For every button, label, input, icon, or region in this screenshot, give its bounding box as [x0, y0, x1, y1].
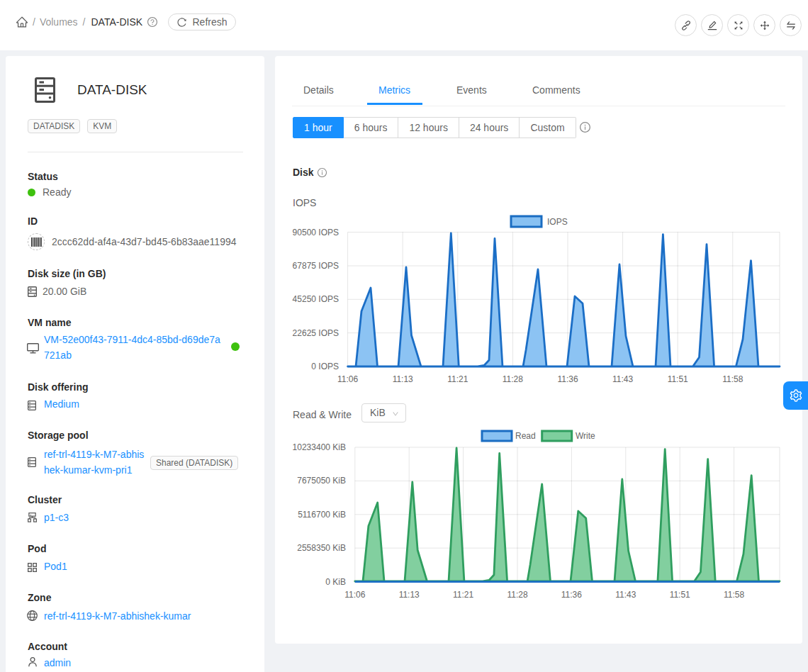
svg-text:Write: Write — [576, 431, 595, 441]
svg-text:11:06: 11:06 — [337, 374, 358, 384]
svg-text:Read: Read — [515, 431, 536, 441]
svg-text:0 IOPS: 0 IOPS — [311, 362, 339, 371]
svg-text:11:28: 11:28 — [507, 590, 527, 600]
svg-text:11:28: 11:28 — [503, 374, 523, 384]
svg-text:0 KiB: 0 KiB — [325, 577, 346, 587]
svg-text:67875 IOPS: 67875 IOPS — [293, 261, 339, 271]
svg-text:7675050 KiB: 7675050 KiB — [297, 476, 346, 486]
svg-text:11:21: 11:21 — [453, 590, 473, 600]
svg-text:11:21: 11:21 — [447, 374, 468, 384]
svg-text:10233400 KiB: 10233400 KiB — [293, 442, 346, 452]
svg-text:22625 IOPS: 22625 IOPS — [293, 328, 339, 338]
svg-text:11:43: 11:43 — [612, 374, 633, 384]
svg-text:IOPS: IOPS — [547, 217, 568, 227]
svg-text:11:36: 11:36 — [561, 590, 582, 600]
svg-text:11:06: 11:06 — [344, 590, 365, 600]
svg-text:45250 IOPS: 45250 IOPS — [293, 294, 339, 304]
svg-text:11:13: 11:13 — [393, 374, 413, 384]
svg-text:90500 IOPS: 90500 IOPS — [293, 228, 339, 237]
svg-text:11:51: 11:51 — [670, 590, 690, 600]
svg-text:11:51: 11:51 — [668, 374, 688, 384]
svg-text:11:58: 11:58 — [724, 590, 744, 600]
svg-text:2558350 KiB: 2558350 KiB — [297, 543, 346, 553]
svg-text:5116700 KiB: 5116700 KiB — [298, 510, 346, 520]
svg-text:11:43: 11:43 — [615, 590, 636, 600]
svg-text:11:58: 11:58 — [722, 374, 743, 384]
svg-text:11:13: 11:13 — [399, 590, 420, 600]
svg-text:11:36: 11:36 — [557, 374, 578, 384]
